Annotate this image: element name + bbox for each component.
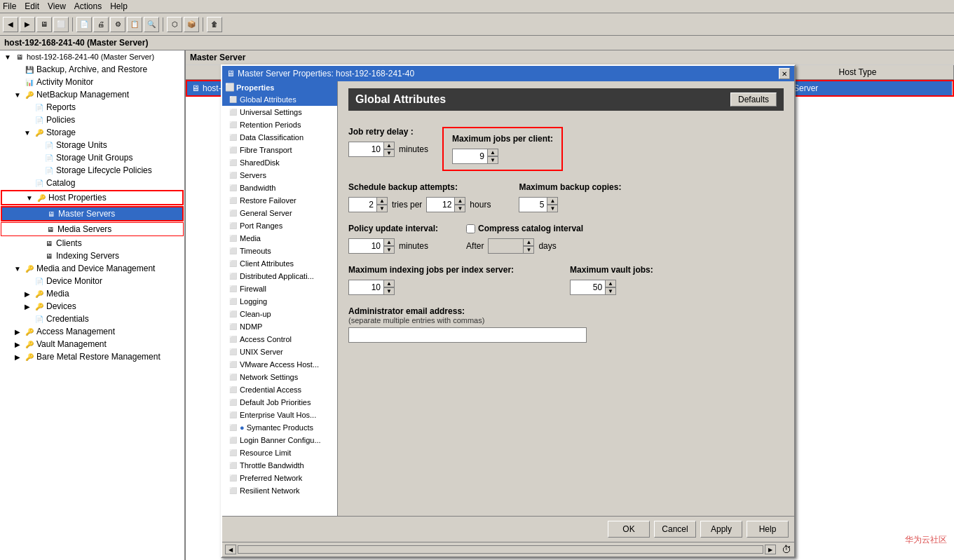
max-indexing-down[interactable]: ▼ — [383, 287, 395, 295]
job-retry-down[interactable]: ▼ — [383, 149, 395, 157]
nav-item-27[interactable]: ⬜Login Banner Configu... — [222, 434, 337, 446]
nav-item-18[interactable]: ⬜NDMP — [222, 320, 337, 333]
menu-help[interactable]: Help — [110, 1, 128, 11]
toolbar-btn-9[interactable]: 🔍 — [144, 17, 159, 32]
tree-item-storage-unit-groups[interactable]: ▶ 📄 Storage Unit Groups — [0, 151, 184, 164]
defaults-button[interactable]: Defaults — [730, 93, 777, 107]
compress-after-down[interactable]: ▼ — [523, 246, 534, 254]
tree-expand-devices[interactable]: ▶ — [22, 301, 32, 311]
toolbar-btn-12[interactable]: 🗑 — [207, 17, 222, 32]
max-backup-copies-down[interactable]: ▼ — [547, 205, 558, 212]
tree-expand-md[interactable]: ▼ — [13, 264, 22, 273]
tree-item-host-properties[interactable]: ▼ 🔑 Host Properties — [1, 190, 184, 205]
nav-item-2[interactable]: ⬜Retention Periods — [222, 118, 337, 131]
tree-item-media[interactable]: ▶ 🔑 Media — [0, 287, 184, 300]
max-vault-jobs-down[interactable]: ▼ — [605, 287, 616, 295]
tree-expand-hp[interactable]: ▼ — [25, 193, 34, 203]
nav-item-25[interactable]: ⬜Enterprise Vault Hos... — [222, 409, 337, 421]
nav-item-15[interactable]: ⬜Firewall — [222, 282, 337, 295]
nav-item-7[interactable]: ⬜Bandwidth — [222, 182, 337, 194]
tree-item-access-mgmt[interactable]: ▶ 🔑 Access Management — [0, 325, 184, 338]
max-vault-jobs-input[interactable] — [570, 280, 605, 295]
policy-update-input[interactable] — [348, 238, 383, 254]
scroll-right-btn[interactable]: ▶ — [765, 545, 776, 554]
nav-item-30[interactable]: ⬜Preferred Network — [222, 472, 337, 484]
nav-item-20[interactable]: ⬜UNIX Server — [222, 346, 337, 358]
sched-backup-input[interactable] — [348, 197, 376, 212]
tree-item-media-device[interactable]: ▼ 🔑 Media and Device Management — [0, 262, 184, 275]
dialog-close-button[interactable]: ✕ — [779, 68, 790, 79]
tree-item-media-servers[interactable]: ▶ 🖥 Media Servers — [1, 222, 184, 236]
nav-item-5[interactable]: ⬜SharedDisk — [222, 156, 337, 169]
max-vault-jobs-up[interactable]: ▲ — [605, 280, 616, 287]
nav-item-24[interactable]: ⬜Default Job Priorities — [222, 396, 337, 409]
toolbar-btn-10[interactable]: ⬡ — [167, 17, 182, 32]
tree-item-credentials[interactable]: ▶ 📄 Credentials — [0, 313, 184, 325]
menu-actions[interactable]: Actions — [74, 1, 102, 11]
nav-item-4[interactable]: ⬜Fibre Transport — [222, 144, 337, 156]
compress-after-input[interactable] — [488, 238, 523, 254]
toolbar-btn-3[interactable]: 🖥 — [36, 17, 52, 32]
menu-edit[interactable]: Edit — [25, 1, 39, 11]
tree-expand-media[interactable]: ▶ — [22, 289, 32, 299]
hours-down[interactable]: ▼ — [454, 205, 465, 212]
policy-update-down[interactable]: ▼ — [383, 246, 395, 254]
tree-expand-root[interactable]: ▼ — [3, 52, 13, 62]
max-indexing-input[interactable] — [348, 280, 383, 295]
toolbar-btn-8[interactable]: 📋 — [127, 17, 142, 32]
tree-item-indexing[interactable]: ▶ 🖥 Indexing Servers — [0, 250, 184, 262]
toolbar-btn-5[interactable]: 📄 — [76, 17, 92, 32]
nav-item-31[interactable]: ⬜Resilient Network — [222, 484, 337, 497]
nav-item-21[interactable]: ⬜VMware Access Host... — [222, 358, 337, 371]
tree-item-reports[interactable]: ▶ 📄 Reports — [0, 101, 184, 114]
menu-file[interactable]: File — [3, 1, 16, 11]
toolbar-btn-4[interactable]: ⬜ — [53, 17, 69, 32]
nav-item-6[interactable]: ⬜Servers — [222, 169, 337, 182]
tree-item-catalog[interactable]: ▶ 📄 Catalog — [0, 177, 184, 189]
compress-catalog-checkbox[interactable] — [466, 224, 475, 233]
nav-item-29[interactable]: ⬜Throttle Bandwidth — [222, 459, 337, 472]
job-retry-up[interactable]: ▲ — [383, 142, 395, 149]
policy-update-up[interactable]: ▲ — [383, 238, 395, 246]
nav-item-17[interactable]: ⬜Clean-up — [222, 308, 337, 320]
tree-root[interactable]: ▼ 🖥 host-192-168-241-40 (Master Server) — [0, 50, 184, 63]
toolbar-btn-7[interactable]: ⚙ — [110, 17, 125, 32]
tree-item-clients[interactable]: ▶ 🖥 Clients — [0, 237, 184, 250]
tree-item-master-servers[interactable]: ▶ 🖥 Master Servers — [1, 206, 184, 221]
tree-item-backup[interactable]: ▶ 💾 Backup, Archive, and Restore — [0, 63, 184, 76]
tree-item-devices[interactable]: ▶ 🔑 Devices — [0, 300, 184, 313]
apply-button[interactable]: Apply — [700, 521, 742, 538]
nav-item-0[interactable]: ⬜Global Attributes — [222, 93, 337, 106]
toolbar-btn-6[interactable]: 🖨 — [93, 17, 109, 32]
tree-expand-netbackup[interactable]: ▼ — [13, 90, 22, 100]
max-indexing-up[interactable]: ▲ — [383, 280, 395, 287]
tree-item-device-monitor[interactable]: ▶ 📄 Device Monitor — [0, 275, 184, 287]
toolbar-btn-1[interactable]: ◀ — [3, 17, 18, 32]
max-jobs-up[interactable]: ▲ — [487, 149, 498, 156]
max-backup-copies-input[interactable] — [519, 197, 547, 212]
menu-view[interactable]: View — [48, 1, 66, 11]
admin-email-input[interactable] — [348, 327, 587, 343]
nav-item-14[interactable]: ⬜Distributed Applicati... — [222, 270, 337, 282]
tree-item-activity[interactable]: ▶ 📊 Activity Monitor — [0, 76, 184, 88]
nav-item-22[interactable]: ⬜Network Settings — [222, 371, 337, 383]
tree-item-storage-units[interactable]: ▶ 📄 Storage Units — [0, 139, 184, 151]
help-button[interactable]: Help — [747, 521, 789, 538]
max-backup-copies-up[interactable]: ▲ — [547, 197, 558, 205]
max-jobs-input[interactable] — [452, 149, 487, 164]
nav-item-9[interactable]: ⬜General Server — [222, 207, 337, 219]
tree-expand-bm[interactable]: ▶ — [13, 352, 22, 362]
tree-item-bare-metal[interactable]: ▶ 🔑 Bare Metal Restore Management — [0, 350, 184, 363]
nav-item-28[interactable]: ⬜Resource Limit — [222, 446, 337, 459]
tree-item-vault-mgmt[interactable]: ▶ 🔑 Vault Management — [0, 338, 184, 350]
tree-expand-vm[interactable]: ▶ — [13, 339, 22, 349]
tree-expand-storage[interactable]: ▼ — [22, 128, 32, 137]
nav-item-12[interactable]: ⬜Timeouts — [222, 245, 337, 257]
ok-button[interactable]: OK — [608, 521, 650, 538]
nav-item-3[interactable]: ⬜Data Classification — [222, 131, 337, 144]
sched-backup-up[interactable]: ▲ — [376, 197, 388, 205]
nav-item-11[interactable]: ⬜Media — [222, 232, 337, 245]
tree-expand-am[interactable]: ▶ — [13, 327, 22, 336]
hours-up[interactable]: ▲ — [454, 197, 465, 205]
cancel-button[interactable]: Cancel — [654, 521, 696, 538]
